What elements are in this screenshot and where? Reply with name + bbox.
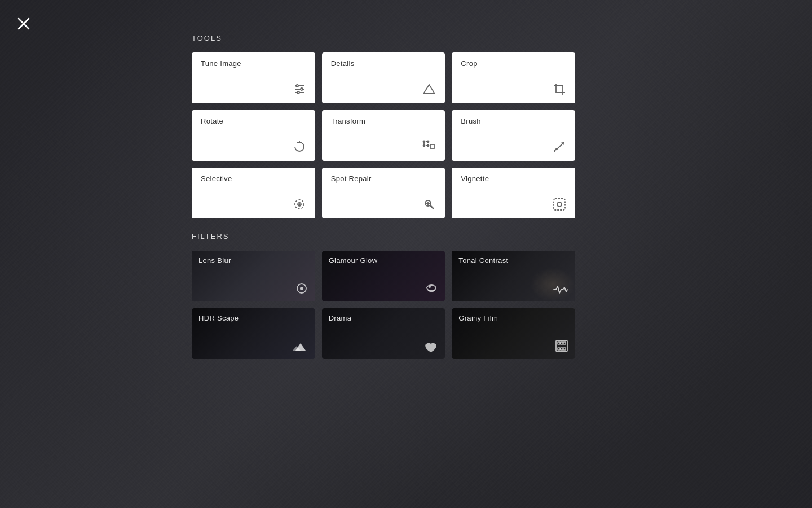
tool-card-selective[interactable]: Selective [192, 168, 315, 218]
transform-label: Transform [331, 117, 436, 125]
glamour-glow-icon [425, 282, 438, 297]
grainy-film-label: Grainy Film [458, 314, 568, 322]
lens-blur-content: Lens Blur [192, 251, 315, 301]
spot-repair-label: Spot Repair [331, 174, 436, 183]
grainy-film-content: Grainy Film [452, 308, 575, 359]
brush-label: Brush [461, 117, 566, 125]
svg-point-6 [301, 88, 303, 90]
selective-label: Selective [201, 174, 306, 183]
lens-blur-label: Lens Blur [198, 256, 308, 265]
details-label: Details [331, 59, 436, 68]
triangle-icon [422, 82, 436, 98]
svg-point-5 [296, 85, 298, 87]
crop-icon [553, 82, 566, 98]
grainy-film-icon [555, 339, 568, 354]
svg-point-26 [300, 287, 303, 290]
hdr-scape-content: HDR Scape [192, 308, 315, 359]
tool-card-tune-image[interactable]: Tune Image [192, 52, 315, 103]
svg-marker-8 [423, 85, 435, 94]
close-button[interactable] [11, 11, 36, 36]
glamour-glow-label: Glamour Glow [329, 256, 439, 265]
filter-card-drama[interactable]: Drama [322, 308, 445, 359]
svg-point-28 [429, 286, 431, 288]
tool-card-spot-repair[interactable]: Spot Repair [322, 168, 445, 218]
svg-rect-36 [561, 348, 563, 350]
tool-card-crop[interactable]: Crop [452, 52, 575, 103]
svg-rect-37 [563, 348, 566, 350]
drama-icon [423, 340, 438, 354]
tool-card-rotate[interactable]: Rotate [192, 110, 315, 161]
selective-icon [293, 198, 306, 213]
brush-icon [553, 140, 566, 155]
tools-section-title: TOOLS [192, 34, 575, 42]
svg-point-14 [427, 145, 429, 147]
tool-card-brush[interactable]: Brush [452, 110, 575, 161]
tonal-contrast-content: Tonal Contrast [452, 251, 575, 301]
transform-icon [422, 140, 436, 155]
tonal-contrast-icon [553, 284, 568, 297]
lens-blur-icon [295, 282, 308, 297]
crop-label: Crop [461, 59, 566, 68]
svg-rect-32 [558, 342, 560, 344]
drama-content: Drama [322, 308, 445, 359]
content-panel: TOOLS Tune Image Detail [0, 0, 812, 508]
rotate-label: Rotate [201, 117, 306, 125]
filters-section: FILTERS Lens Blur [192, 232, 575, 359]
rotate-icon [293, 140, 306, 155]
filter-card-glamour-glow[interactable]: Glamour Glow [322, 251, 445, 301]
sliders-icon [293, 82, 306, 98]
svg-point-18 [299, 204, 300, 205]
filter-card-hdr-scape[interactable]: HDR Scape [192, 308, 315, 359]
svg-point-12 [427, 141, 429, 143]
tools-grid: Tune Image Details [192, 52, 575, 218]
main-panel: TOOLS Tune Image Detail [192, 34, 575, 366]
tune-image-label: Tune Image [201, 59, 306, 68]
svg-rect-10 [430, 144, 434, 148]
filters-grid: Lens Blur Glamour Glow [192, 251, 575, 359]
filter-card-tonal-contrast[interactable]: Tonal Contrast [452, 251, 575, 301]
svg-point-11 [423, 141, 425, 143]
svg-rect-34 [563, 342, 566, 344]
filter-card-grainy-film[interactable]: Grainy Film [452, 308, 575, 359]
glamour-glow-content: Glamour Glow [322, 251, 445, 301]
svg-rect-23 [554, 199, 565, 210]
svg-rect-35 [558, 348, 560, 350]
drama-label: Drama [329, 314, 439, 322]
tool-card-details[interactable]: Details [322, 52, 445, 103]
vignette-icon [553, 198, 566, 213]
svg-point-13 [423, 145, 425, 147]
svg-point-27 [427, 285, 436, 291]
hdr-scape-icon [293, 340, 308, 354]
vignette-label: Vignette [461, 174, 566, 183]
svg-rect-33 [561, 342, 563, 344]
tool-card-vignette[interactable]: Vignette [452, 168, 575, 218]
svg-point-24 [557, 202, 562, 207]
filters-section-title: FILTERS [192, 232, 575, 240]
filter-card-lens-blur[interactable]: Lens Blur [192, 251, 315, 301]
tonal-contrast-label: Tonal Contrast [458, 256, 568, 265]
hdr-scape-label: HDR Scape [198, 314, 308, 322]
spot-repair-icon [422, 198, 436, 213]
tool-card-transform[interactable]: Transform [322, 110, 445, 161]
svg-point-7 [297, 91, 299, 94]
svg-line-20 [430, 205, 434, 209]
